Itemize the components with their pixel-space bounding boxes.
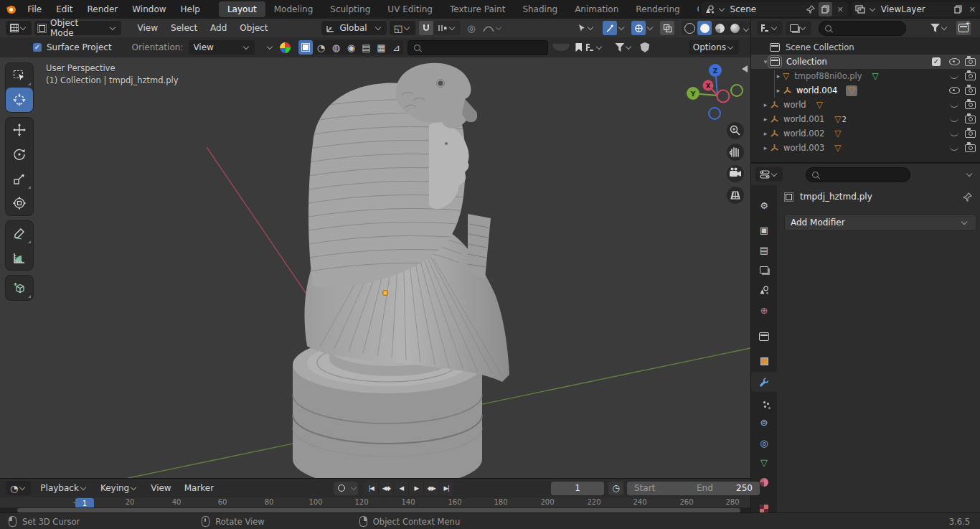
mode-select[interactable]: Object Mode	[34, 21, 121, 35]
play-button[interactable]: ▶	[409, 482, 424, 495]
filter-object-icon[interactable]	[298, 40, 313, 55]
tab-constraints[interactable]: ◎	[751, 433, 777, 453]
menu-playback[interactable]: Playback	[34, 483, 94, 493]
shading-dropdown-chevron-icon[interactable]	[743, 26, 749, 32]
tab-modifiers[interactable]	[751, 372, 777, 392]
camera-visibility-icon[interactable]	[965, 144, 976, 152]
filter-paint-icon[interactable]: ◍	[329, 40, 343, 55]
playhead-marker[interactable]: 1	[75, 498, 94, 508]
jump-to-end-button[interactable]: ▶|	[439, 482, 453, 495]
tab-collection[interactable]	[751, 327, 777, 347]
properties-editor-type-button[interactable]	[755, 167, 783, 182]
expand-arrow-icon[interactable]: ▸	[761, 130, 770, 137]
zoom-button[interactable]	[727, 122, 744, 139]
overlays-toggle[interactable]	[631, 21, 646, 35]
outliner-display-mode-button[interactable]	[786, 21, 811, 35]
show-gizmo-button[interactable]	[573, 21, 599, 35]
gizmo-neg-z-ball[interactable]	[709, 108, 720, 119]
tool-select-box[interactable]	[6, 63, 33, 88]
jump-to-start-button[interactable]: |◀	[364, 482, 379, 495]
viewlayer-name-field[interactable]: ViewLayer	[877, 2, 951, 17]
tab-render[interactable]: ▣	[751, 220, 777, 240]
timeline-editor-type-button[interactable]: ◔	[6, 481, 31, 495]
pivot-point-button[interactable]: ◱	[390, 21, 415, 35]
camera-visibility-icon[interactable]	[965, 116, 976, 123]
gizmos-dropdown-chevron-icon[interactable]	[618, 24, 624, 30]
viewport-canvas[interactable]: Z X Y	[0, 57, 750, 478]
funnel-filter-button[interactable]	[611, 40, 637, 55]
outliner-row-scene-collection[interactable]: Scene Collection	[751, 40, 980, 55]
prev-keyframe-button[interactable]: ◀◆	[379, 482, 394, 495]
view-navigation-gizmo[interactable]: Z X Y	[687, 64, 743, 119]
bookmark-icon[interactable]	[575, 43, 582, 52]
add-modifier-dropdown[interactable]: Add Modifier	[784, 214, 976, 231]
tab-animation[interactable]: Animation	[566, 1, 627, 17]
viewlayer-browse-chevron-icon[interactable]	[870, 6, 875, 11]
shading-rendered-button[interactable]	[727, 21, 742, 35]
hidden-eye-icon[interactable]	[950, 102, 958, 108]
tab-tool[interactable]: ⚙	[751, 195, 777, 215]
current-frame-field[interactable]: 1	[551, 482, 604, 495]
viewlayer-icon[interactable]	[852, 2, 868, 17]
viewlayer-new-button[interactable]	[951, 2, 965, 17]
viewlayer-remove-button[interactable]: ✕	[965, 5, 980, 14]
scene-browse-chevron-icon[interactable]	[718, 6, 724, 11]
pan-button[interactable]	[727, 144, 744, 161]
play-reverse-button[interactable]: ◀	[394, 482, 409, 495]
shading-wireframe-button[interactable]	[682, 21, 697, 35]
xray-toggle[interactable]	[660, 21, 674, 35]
outliner-row-item[interactable]: ▸ world.002 ▽	[751, 126, 980, 141]
outliner-editor-type-button[interactable]	[757, 21, 783, 35]
tree-filter-button[interactable]	[582, 40, 608, 55]
blender-logo-icon[interactable]	[6, 5, 16, 14]
frame-end-field[interactable]: End 250	[689, 482, 760, 495]
hidden-eye-icon[interactable]	[950, 116, 958, 122]
outliner-row-item[interactable]: ▸ world ▽	[751, 98, 980, 112]
scene-unlink-button[interactable]: ✕	[833, 5, 848, 14]
gizmo-neg-y-ball[interactable]	[731, 85, 743, 96]
gizmo-neg-x-ball[interactable]	[717, 90, 730, 103]
snap-with-button[interactable]	[433, 21, 461, 35]
hidden-eye-icon[interactable]	[950, 145, 958, 151]
tab-rendering[interactable]: Rendering	[627, 1, 688, 17]
filter-quarter-icon[interactable]: ◔	[314, 40, 328, 55]
collection-checkbox[interactable]: ✓	[932, 57, 941, 66]
filter-clipboard-icon[interactable]: ▦	[374, 40, 388, 55]
scene-pin-icon[interactable]	[804, 2, 818, 17]
tool-move[interactable]	[6, 118, 33, 142]
tab-shading[interactable]: Shading	[514, 1, 566, 17]
camera-visibility-icon[interactable]	[965, 87, 976, 95]
perspective-toggle-button[interactable]	[727, 187, 744, 204]
tab-compositing[interactable]: Compositing	[689, 1, 699, 17]
menu-window[interactable]: Window	[125, 4, 173, 14]
tab-modeling[interactable]: Modeling	[265, 1, 322, 17]
camera-view-button[interactable]	[727, 165, 744, 182]
auto-keyframe-button[interactable]	[334, 482, 349, 495]
properties-search-input[interactable]	[806, 167, 910, 182]
outliner-row-item[interactable]: ▸ world.001 ▽ 2	[751, 112, 980, 126]
gizmos-toggle[interactable]	[603, 21, 617, 35]
tool-scale[interactable]	[6, 167, 33, 191]
statue-model[interactable]	[293, 63, 509, 478]
options-button[interactable]: Options	[689, 40, 739, 55]
viewport-nav-buttons[interactable]	[727, 122, 744, 204]
menu-view[interactable]: View	[131, 23, 164, 33]
tool-extra-chevron-icon[interactable]	[267, 44, 273, 50]
menu-render[interactable]: Render	[80, 4, 125, 14]
hidden-eye-icon[interactable]	[950, 73, 958, 79]
menu-help[interactable]: Help	[174, 4, 207, 14]
use-preview-range-button[interactable]: ◷	[608, 482, 623, 495]
collapse-arrow-icon[interactable]: ▾	[761, 58, 770, 65]
proportional-edit-toggle[interactable]: ◎	[464, 21, 479, 35]
tab-output[interactable]: ▤	[751, 240, 777, 260]
overlays-dropdown-chevron-icon[interactable]	[647, 24, 653, 30]
falloff-button[interactable]	[479, 21, 507, 35]
outliner-row-item[interactable]: ▸ world.003 ▽	[751, 141, 980, 155]
expand-arrow-icon[interactable]: ▸	[774, 87, 783, 94]
camera-visibility-icon[interactable]	[965, 130, 976, 138]
outliner-search-input[interactable]	[819, 21, 906, 36]
tool-search-input[interactable]	[407, 40, 548, 55]
filter-globe-icon[interactable]: ◉	[344, 40, 358, 55]
expand-arrow-icon[interactable]: ▸	[761, 144, 770, 151]
camera-visibility-icon[interactable]	[965, 101, 976, 109]
